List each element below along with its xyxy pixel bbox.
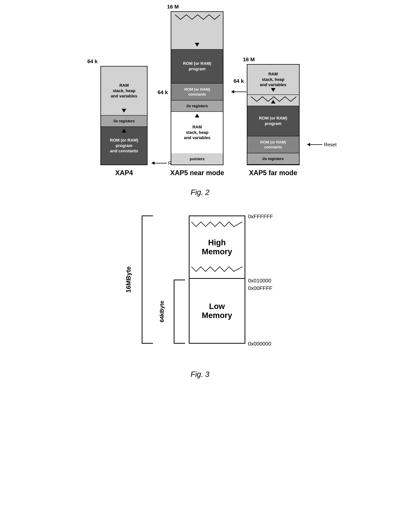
xap4-diagram-container: 64 k RAM stack, heap and variables: [100, 66, 148, 177]
xap5near-rom-prog-label: ROM (or RAM) program: [171, 50, 223, 83]
xap4-addr-top: 64 k: [87, 58, 98, 64]
high-memory-section: High Memory: [189, 216, 244, 279]
xap5far-memory-diagram: RAM stack, heap and variables: [247, 64, 300, 165]
xap5far-reset-label: Reset: [324, 142, 337, 148]
xap5near-addr-top: 16 M: [167, 4, 179, 10]
arrow-down-icon: [271, 88, 275, 92]
fig3-diagram: 16MByte 64kByte: [115, 212, 285, 359]
addr-0xFFFFFF: 0xFFFFFF: [248, 214, 273, 220]
fig3-caption: Fig. 3: [190, 370, 209, 379]
xap5far-diagram-container: 16 M 64 k RAM stack, heap and variables: [247, 64, 300, 177]
xap5near-diag-wrap: 16 M 64 k: [171, 11, 224, 165]
addr-0x000000: 0x000000: [248, 341, 271, 347]
xap5far-label: XAP5 far mode: [249, 169, 297, 177]
fig2-section: 64 k RAM stack, heap and variables: [15, 11, 385, 197]
low-memory-text: Low: [202, 302, 232, 311]
addr-0x00FFFF: 0x00FFFF: [248, 285, 272, 291]
reset-line: [231, 92, 246, 92]
outer-bracket-16mb: [142, 215, 153, 344]
xap5near-seg-io: i/o registers: [171, 101, 223, 112]
xap5far-addr-64k: 64 k: [234, 78, 244, 84]
label-16mbyte: 16MByte: [125, 215, 132, 344]
xap4-rom-arrow: [122, 129, 126, 133]
xap4-seg-rom: ROM (or RAM) program and constants: [101, 127, 147, 165]
xap5near-memory-diagram: ROM (or RAM) program ROM (or RAM) consta…: [171, 11, 224, 165]
xap5near-seg-ram: RAM stack, heap and variables: [171, 112, 223, 153]
xap5far-io-label: i/o registers: [247, 153, 299, 164]
xap4-seg-io: i/o registers: [101, 115, 147, 127]
label-64kbyte: 64kByte: [159, 279, 165, 344]
xap5far-reset-annotation: Reset: [307, 142, 337, 148]
xap5near-label: XAP5 near mode: [170, 169, 224, 177]
zigzag-high-right: [189, 265, 244, 274]
xap4-diag-wrap: 64 k RAM stack, heap and variables: [100, 66, 148, 165]
xap5near-rom-const-label: ROM (or RAM) constants: [171, 83, 223, 100]
xap5far-diag-wrap: 16 M 64 k RAM stack, heap and variables: [247, 64, 300, 165]
xap5near-seg-rom-const: ROM (or RAM) constants Reset: [171, 83, 223, 101]
reset-arrowhead: [151, 161, 155, 165]
fig3-section: 16MByte 64kByte: [15, 212, 385, 379]
xap5near-seg-pointers: pointers: [171, 153, 223, 165]
xap5near-addr-64k: 64 k: [157, 89, 168, 95]
reset-line: [152, 163, 167, 164]
xap4-io-label: i/o registers: [101, 115, 147, 127]
xap4-ram-arrow: [122, 109, 126, 113]
high-memory-label: High Memory: [202, 238, 232, 256]
xap4-label: XAP4: [115, 169, 133, 177]
xap5near-top-arrow: [195, 43, 199, 47]
xap4-ram-label: RAM stack, heap and variables: [101, 67, 147, 115]
xap5near-seg-top: [171, 12, 223, 50]
arrow-up-icon: [271, 100, 275, 103]
fig2-caption: Fig. 2: [190, 188, 209, 197]
xap5far-addr-top: 16 M: [243, 57, 255, 63]
xap5far-seg-io: i/o registers: [247, 153, 299, 165]
reset-arrowhead: [307, 143, 310, 146]
inner-bracket-64kb: [174, 279, 185, 344]
fig2-diagrams: 64 k RAM stack, heap and variables: [100, 11, 299, 177]
low-memory-text2: Memory: [202, 311, 232, 320]
xap5far-seg-gap1: [247, 95, 299, 106]
zigzag-high-left: [189, 220, 244, 229]
reset-arrowhead: [231, 90, 234, 94]
xap4-seg-ram: RAM stack, heap and variables: [101, 67, 147, 115]
reset-line: [307, 144, 322, 145]
xap5far-seg-top: RAM stack, heap and variables: [247, 65, 299, 95]
high-memory-text2: Memory: [202, 247, 232, 256]
label-64kbyte-text: 64kByte: [159, 301, 165, 322]
xap5near-diagram-container: 16 M 64 k: [170, 11, 224, 177]
xap5far-seg-rom-prog: ROM (or RAM) program: [247, 106, 299, 136]
arrow-up-icon: [195, 114, 199, 117]
xap4-memory-diagram: RAM stack, heap and variables i/o regi: [100, 66, 148, 165]
xap5near-seg-rom-prog: ROM (or RAM) program: [171, 50, 223, 83]
xap5near-ram-arrow: [195, 114, 199, 118]
page: 64 k RAM stack, heap and variables: [0, 0, 400, 532]
addr-0x010000: 0x010000: [248, 278, 271, 284]
arrow-down-icon: [195, 43, 199, 47]
zigzag-break-near-top: [171, 14, 223, 21]
xap5far-seg-rom-const: ROM (or RAM) constants Reset: [247, 136, 299, 153]
arrow-up-icon: [122, 129, 126, 133]
xap5near-pointers-label: pointers: [171, 153, 223, 165]
low-memory-section: Low Memory: [189, 279, 244, 343]
low-memory-label: Low Memory: [202, 302, 232, 320]
xap5near-io-label: i/o registers: [171, 101, 223, 111]
xap5far-rom-const-label: ROM (or RAM) constants: [247, 136, 299, 153]
main-memory-box: High Memory Low Memory: [189, 215, 245, 344]
label-16mbyte-text: 16MByte: [125, 266, 132, 293]
xap5far-rom-prog-label: ROM (or RAM) program: [247, 106, 299, 136]
xap5far-top-arrow: [271, 88, 275, 93]
high-memory-text: High: [202, 238, 232, 247]
xap5far-gap-arrow: [271, 100, 275, 104]
arrow-down-icon: [122, 109, 126, 113]
